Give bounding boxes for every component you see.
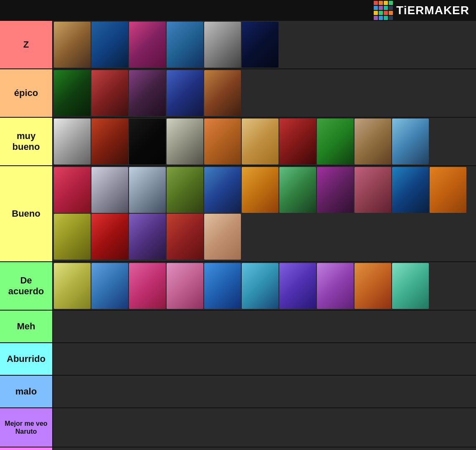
tier-content-muy-bueno xyxy=(52,118,476,165)
header: TiERMAKER xyxy=(0,0,476,21)
tier-item[interactable] xyxy=(204,70,241,116)
logo-cell xyxy=(384,6,388,10)
tier-item[interactable] xyxy=(129,263,166,309)
logo-grid xyxy=(374,1,393,20)
logo-cell xyxy=(374,1,378,5)
logo-cell xyxy=(379,1,383,5)
logo-cell xyxy=(379,6,383,10)
logo-cell xyxy=(374,6,378,10)
tier-row-muy-bueno: muy bueno xyxy=(0,118,476,166)
tier-item[interactable] xyxy=(91,119,128,164)
tier-row-naruto: Mejor me veo Naruto xyxy=(0,408,476,447)
tier-item[interactable] xyxy=(279,167,316,213)
logo-cell xyxy=(389,1,393,5)
logo-cell xyxy=(389,16,393,20)
tier-content-meh xyxy=(52,311,476,342)
tier-item[interactable] xyxy=(242,167,279,213)
tier-label-meh: Meh xyxy=(0,311,52,342)
tier-item[interactable] xyxy=(317,119,354,164)
tier-label-malo: malo xyxy=(0,376,52,407)
tier-item[interactable] xyxy=(242,22,279,68)
logo-cell xyxy=(384,11,388,15)
tier-item[interactable] xyxy=(54,167,91,213)
tier-content-epico xyxy=(52,69,476,117)
logo-cell xyxy=(389,11,393,15)
tier-row-meh: Meh xyxy=(0,311,476,343)
tier-item[interactable] xyxy=(317,167,354,213)
tier-item[interactable] xyxy=(54,263,91,309)
tier-item[interactable] xyxy=(204,119,241,164)
tier-item[interactable] xyxy=(392,263,429,309)
tier-item[interactable] xyxy=(167,263,203,309)
tier-row-z: Z xyxy=(0,21,476,69)
logo-text: TiERMAKER xyxy=(396,4,469,17)
tier-item[interactable] xyxy=(54,70,91,116)
tier-content-z xyxy=(52,21,476,68)
tier-content-naruto xyxy=(52,408,476,447)
logo-cell xyxy=(389,6,393,10)
tier-content-de-acuerdo xyxy=(52,262,476,310)
tier-item[interactable] xyxy=(204,263,241,309)
tier-item[interactable] xyxy=(317,263,354,309)
logo-cell xyxy=(374,11,378,15)
tier-item[interactable] xyxy=(279,119,316,164)
tier-item[interactable] xyxy=(167,214,203,260)
tier-label-de-acuerdo: De acuerdo xyxy=(0,262,52,310)
tier-item[interactable] xyxy=(91,263,128,309)
logo-cell xyxy=(374,16,378,20)
tier-item[interactable] xyxy=(54,119,91,164)
logo-cell xyxy=(379,16,383,20)
tier-item[interactable] xyxy=(242,263,279,309)
tier-item[interactable] xyxy=(129,167,166,213)
logo-cell xyxy=(379,11,383,15)
tier-label-muy-bueno: muy bueno xyxy=(0,118,52,165)
tier-item[interactable] xyxy=(54,214,91,260)
tier-label-naruto: Mejor me veo Naruto xyxy=(0,408,52,447)
tier-item[interactable] xyxy=(129,119,166,164)
tier-row-nolo: No lo vi/No me acuerdo xyxy=(0,447,476,450)
tier-content-aburrido xyxy=(52,343,476,375)
tier-content-bueno xyxy=(52,166,476,261)
tier-label-z: Z xyxy=(0,21,52,68)
tier-item[interactable] xyxy=(167,119,203,164)
tier-label-epico: épico xyxy=(0,69,52,117)
tier-item[interactable] xyxy=(91,167,128,213)
logo: TiERMAKER xyxy=(374,1,469,20)
tier-row-de-acuerdo: De acuerdo xyxy=(0,262,476,311)
tier-item[interactable] xyxy=(91,70,128,116)
tier-item[interactable] xyxy=(91,22,128,68)
tier-item[interactable] xyxy=(279,263,316,309)
tier-item[interactable] xyxy=(167,70,203,116)
tier-row-aburrido: Aburrido xyxy=(0,343,476,376)
tier-item[interactable] xyxy=(204,167,241,213)
logo-cell xyxy=(384,1,388,5)
tier-item[interactable] xyxy=(167,167,203,213)
tier-label-bueno: Bueno xyxy=(0,166,52,261)
tier-content-malo xyxy=(52,376,476,407)
tier-item[interactable] xyxy=(129,214,166,260)
tier-item[interactable] xyxy=(392,167,429,213)
tier-label-aburrido: Aburrido xyxy=(0,343,52,375)
tier-item[interactable] xyxy=(204,214,241,260)
tier-item[interactable] xyxy=(392,119,429,164)
tier-item[interactable] xyxy=(354,167,391,213)
tier-item[interactable] xyxy=(91,214,128,260)
tier-item[interactable] xyxy=(167,22,203,68)
tier-row-epico: épico xyxy=(0,69,476,118)
tier-item[interactable] xyxy=(204,22,241,68)
tier-row-malo: malo xyxy=(0,376,476,408)
tier-label-nolo: No lo vi/No me acuerdo xyxy=(0,447,52,450)
tier-item[interactable] xyxy=(242,119,279,164)
tier-content-nolo xyxy=(52,447,476,450)
tier-item[interactable] xyxy=(430,167,466,213)
tier-item[interactable] xyxy=(354,263,391,309)
logo-cell xyxy=(384,16,388,20)
tier-list: TiERMAKER Z épico muy bueno xyxy=(0,0,476,450)
tier-item[interactable] xyxy=(354,119,391,164)
tier-item[interactable] xyxy=(129,70,166,116)
tier-item[interactable] xyxy=(54,22,91,68)
tier-row-bueno: Bueno xyxy=(0,166,476,262)
tier-item[interactable] xyxy=(129,22,166,68)
